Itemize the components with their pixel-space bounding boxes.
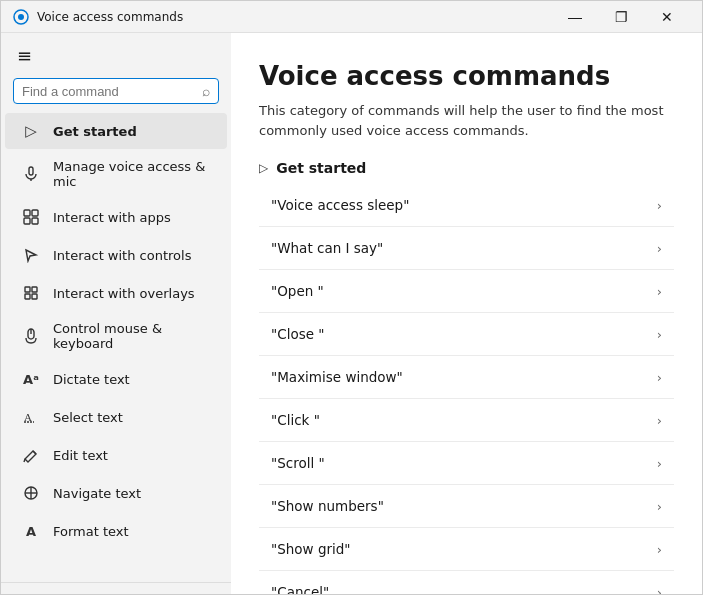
chevron-right-icon: › <box>657 284 662 299</box>
nav-bottom: Visit online documentation Download comm… <box>1 582 231 594</box>
command-item[interactable]: "What can I say"› <box>259 227 674 270</box>
sidebar-item-get-started[interactable]: ▷ Get started <box>5 113 227 149</box>
manage-voice-icon <box>21 164 41 184</box>
svg-rect-11 <box>32 294 37 299</box>
command-text: "What can I say" <box>271 240 383 256</box>
command-item[interactable]: "Show numbers"› <box>259 485 674 528</box>
sidebar-label: Format text <box>53 524 129 539</box>
app-window: Voice access commands — ❐ ✕ ≡ ⌕ ▷ Get st… <box>0 0 703 595</box>
sidebar-item-manage-voice[interactable]: Manage voice access & mic <box>5 151 227 197</box>
main-content: Voice access commands This category of c… <box>231 33 702 594</box>
command-text: "Voice access sleep" <box>271 197 409 213</box>
svg-text:A: A <box>24 411 32 423</box>
svg-rect-7 <box>32 218 38 224</box>
sidebar-item-interact-apps[interactable]: Interact with apps <box>5 199 227 235</box>
chevron-right-icon: › <box>657 542 662 557</box>
chevron-right-icon: › <box>657 241 662 256</box>
sidebar-item-edit-text[interactable]: Edit text <box>5 437 227 473</box>
window-title: Voice access commands <box>37 10 552 24</box>
sidebar-label: Interact with apps <box>53 210 171 225</box>
command-text: "Cancel" <box>271 584 329 594</box>
hamburger-button[interactable]: ≡ <box>1 33 231 74</box>
command-item[interactable]: "Open "› <box>259 270 674 313</box>
command-text: "Maximise window" <box>271 369 403 385</box>
search-box: ⌕ <box>13 78 219 104</box>
sidebar-item-format-text[interactable]: A Format text <box>5 513 227 549</box>
command-item[interactable]: "Close "› <box>259 313 674 356</box>
section-triangle-icon: ▷ <box>259 161 268 175</box>
command-item[interactable]: "Maximise window"› <box>259 356 674 399</box>
sidebar-label: Edit text <box>53 448 108 463</box>
content-area: ≡ ⌕ ▷ Get started Manage voice access <box>1 33 702 594</box>
command-text: "Show grid" <box>271 541 351 557</box>
chevron-right-icon: › <box>657 499 662 514</box>
command-item[interactable]: "Voice access sleep"› <box>259 184 674 227</box>
title-bar: Voice access commands — ❐ ✕ <box>1 1 702 33</box>
chevron-right-icon: › <box>657 456 662 471</box>
search-icon: ⌕ <box>202 83 210 99</box>
svg-point-1 <box>18 14 24 20</box>
command-item[interactable]: "Show grid"› <box>259 528 674 571</box>
svg-rect-9 <box>32 287 37 292</box>
svg-line-16 <box>33 451 36 454</box>
sidebar-item-dictate-text[interactable]: Aᵃ Dictate text <box>5 361 227 397</box>
interact-apps-icon <box>21 207 41 227</box>
chevron-right-icon: › <box>657 327 662 342</box>
select-text-icon: A <box>21 407 41 427</box>
svg-rect-4 <box>24 210 30 216</box>
sidebar-label: Manage voice access & mic <box>53 159 211 189</box>
sidebar-item-navigate-text[interactable]: Navigate text <box>5 475 227 511</box>
search-input[interactable] <box>22 84 202 99</box>
page-title: Voice access commands <box>259 61 674 91</box>
chevron-right-icon: › <box>657 370 662 385</box>
sidebar-label: Select text <box>53 410 123 425</box>
interact-controls-icon <box>21 245 41 265</box>
nav-spacer <box>1 550 231 574</box>
svg-rect-5 <box>32 210 38 216</box>
close-button[interactable]: ✕ <box>644 1 690 33</box>
command-text: "Close " <box>271 326 325 342</box>
command-list: "Voice access sleep"›"What can I say"›"O… <box>259 184 674 594</box>
get-started-icon: ▷ <box>21 121 41 141</box>
svg-rect-8 <box>25 287 30 292</box>
interact-overlays-icon <box>21 283 41 303</box>
section-label: Get started <box>276 160 366 176</box>
sidebar-item-interact-controls[interactable]: Interact with controls <box>5 237 227 273</box>
sidebar-label: Navigate text <box>53 486 141 501</box>
command-text: "Open " <box>271 283 324 299</box>
sidebar: ≡ ⌕ ▷ Get started Manage voice access <box>1 33 231 594</box>
svg-rect-2 <box>29 167 33 175</box>
sidebar-item-interact-overlays[interactable]: Interact with overlays <box>5 275 227 311</box>
navigate-text-icon <box>21 483 41 503</box>
command-item[interactable]: "Click "› <box>259 399 674 442</box>
svg-rect-6 <box>24 218 30 224</box>
sidebar-item-select-text[interactable]: A Select text <box>5 399 227 435</box>
control-mouse-icon <box>21 326 41 346</box>
command-text: "Click " <box>271 412 320 428</box>
sidebar-item-control-mouse[interactable]: Control mouse & keyboard <box>5 313 227 359</box>
sidebar-label: Get started <box>53 124 137 139</box>
window-controls: — ❐ ✕ <box>552 1 690 33</box>
command-item[interactable]: "Cancel"› <box>259 571 674 594</box>
page-description: This category of commands will help the … <box>259 101 674 140</box>
dictate-text-icon: Aᵃ <box>21 369 41 389</box>
sidebar-label: Dictate text <box>53 372 130 387</box>
svg-rect-10 <box>25 294 30 299</box>
svg-line-17 <box>24 459 25 462</box>
format-text-icon: A <box>21 521 41 541</box>
chevron-right-icon: › <box>657 585 662 595</box>
sidebar-label: Control mouse & keyboard <box>53 321 211 351</box>
chevron-right-icon: › <box>657 198 662 213</box>
sidebar-label: Interact with overlays <box>53 286 195 301</box>
command-text: "Show numbers" <box>271 498 384 514</box>
section-header: ▷ Get started <box>259 160 674 176</box>
command-text: "Scroll " <box>271 455 325 471</box>
minimize-button[interactable]: — <box>552 1 598 33</box>
sidebar-label: Interact with controls <box>53 248 191 263</box>
chevron-right-icon: › <box>657 413 662 428</box>
edit-text-icon <box>21 445 41 465</box>
command-item[interactable]: "Scroll "› <box>259 442 674 485</box>
sidebar-item-visit-docs[interactable]: Visit online documentation <box>5 588 227 594</box>
maximize-button[interactable]: ❐ <box>598 1 644 33</box>
app-icon <box>13 9 29 25</box>
